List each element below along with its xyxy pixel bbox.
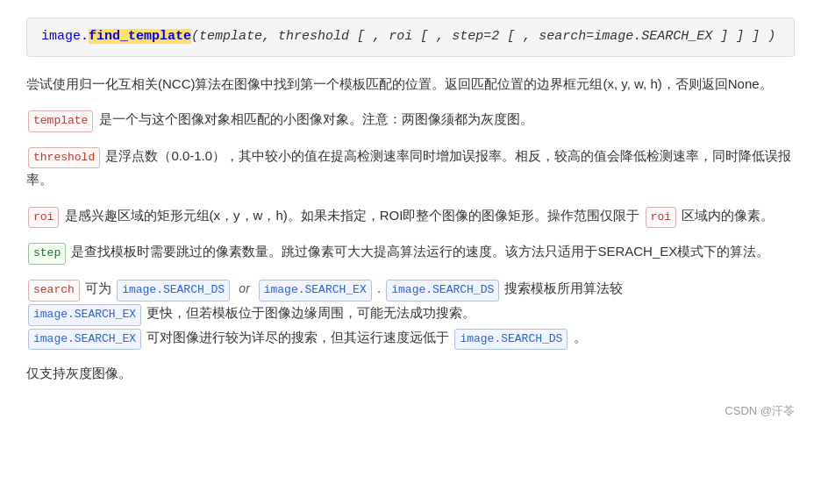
search-or: or [239, 281, 253, 295]
attribution-footer: CSDN @汗苓 [26, 403, 795, 419]
search-pre: 可为 [85, 280, 115, 295]
step-section: step 是查找模板时需要跳过的像素数量。跳过像素可大大提高算法运行的速度。该方… [26, 240, 795, 265]
search-desc2: 更快，但若模板位于图像边缘周围，可能无法成功搜索。 [146, 305, 475, 320]
roi-desc2: 区域内的像素。 [682, 208, 774, 223]
footer-text: 仅支持灰度图像。 [26, 366, 132, 380]
code-prefix: image. [41, 29, 89, 44]
step-code: step [28, 243, 66, 265]
search-section: search 可为 image.SEARCH_DS or image.SEARC… [26, 277, 795, 350]
threshold-code: threshold [28, 147, 100, 169]
search-end: 。 [574, 330, 587, 344]
search-line2: image.SEARCH_EX 更快，但若模板位于图像边缘周围，可能无法成功搜索… [26, 302, 795, 326]
intro-section: 尝试使用归一化互相关(NCC)算法在图像中找到第一个模板匹配的位置。返回匹配位置… [26, 73, 795, 96]
search-line3: image.SEARCH_EX 可对图像进行较为详尽的搜索，但其运行速度远低于 … [26, 326, 795, 351]
roi-code: roi [28, 207, 59, 229]
search-line1: search 可为 image.SEARCH_DS or image.SEARC… [26, 277, 795, 302]
step-desc: 是查找模板时需要跳过的像素数量。跳过像素可大大提高算法运行的速度。该方法只适用于… [71, 244, 769, 259]
search-dot: . [377, 280, 384, 295]
template-code: template [28, 110, 93, 132]
attribution-text: CSDN @汗苓 [725, 404, 795, 417]
search-ds-ref2: image.SEARCH_DS [454, 329, 568, 351]
code-params: (template, threshold [ , roi [ , step=2 … [191, 29, 775, 44]
search-ex-code: image.SEARCH_EX [259, 280, 372, 302]
search-desc3: 可对图像进行较为详尽的搜索，但其运行速度远低于 [146, 330, 453, 344]
code-header: image.find_template(template, threshold … [26, 18, 795, 57]
search-ds-code: image.SEARCH_DS [117, 280, 230, 302]
footer-section: 仅支持灰度图像。 [26, 362, 795, 385]
threshold-desc: 是浮点数（0.0-1.0），其中较小的值在提高检测速率同时增加误报率。相反，较高… [26, 148, 791, 188]
template-section: template 是一个与这个图像对象相匹配的小图像对象。注意：两图像须都为灰度… [26, 108, 795, 132]
intro-text: 尝试使用归一化互相关(NCC)算法在图像中找到第一个模板匹配的位置。返回匹配位置… [26, 76, 773, 91]
template-desc: 是一个与这个图像对象相匹配的小图像对象。注意：两图像须都为灰度图。 [99, 111, 533, 126]
roi-inline-code: roi [646, 207, 676, 229]
search-code: search [28, 280, 80, 302]
search-desc1: 搜索模板所用算法较 [504, 280, 623, 295]
method-name: find_template [89, 29, 191, 44]
search-ex-ref: image.SEARCH_EX [28, 304, 141, 326]
search-ds-ref: image.SEARCH_DS [386, 280, 499, 302]
roi-section: roi 是感兴趣区域的矩形元组(x，y，w，h)。如果未指定，ROI即整个图像的… [26, 204, 795, 229]
search-ex-ref2: image.SEARCH_EX [28, 329, 141, 351]
threshold-section: threshold 是浮点数（0.0-1.0），其中较小的值在提高检测速率同时增… [26, 145, 795, 192]
roi-desc1: 是感兴趣区域的矩形元组(x，y，w，h)。如果未指定，ROI即整个图像的图像矩形… [65, 208, 640, 223]
